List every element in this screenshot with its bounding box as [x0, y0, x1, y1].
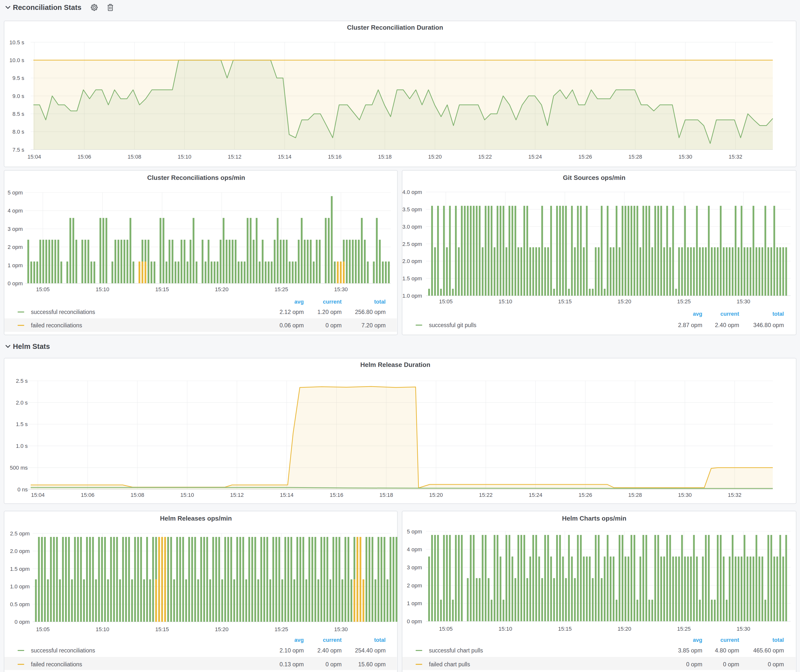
svg-text:15:04: 15:04: [27, 154, 41, 160]
svg-text:3.0 opm: 3.0 opm: [402, 224, 422, 230]
svg-text:8.5 s: 8.5 s: [12, 111, 24, 117]
svg-text:9.5 s: 9.5 s: [12, 75, 24, 81]
svg-text:1.5 opm: 1.5 opm: [402, 275, 422, 282]
svg-text:15:20: 15:20: [618, 626, 631, 632]
svg-text:Git Sources ops/min: Git Sources ops/min: [563, 174, 626, 181]
svg-text:15:22: 15:22: [479, 492, 493, 498]
svg-text:2 opm: 2 opm: [407, 582, 422, 589]
svg-text:successful reconciliations: successful reconciliations: [31, 647, 95, 654]
svg-text:15:30: 15:30: [737, 298, 750, 305]
svg-text:avg: avg: [693, 637, 702, 643]
svg-text:15:10: 15:10: [96, 626, 109, 632]
svg-text:254.40 opm: 254.40 opm: [355, 647, 386, 654]
svg-text:15:18: 15:18: [379, 492, 393, 498]
svg-text:failed chart pulls: failed chart pulls: [429, 661, 470, 667]
svg-text:1 opm: 1 opm: [407, 600, 422, 606]
svg-text:current: current: [323, 299, 342, 305]
svg-text:Cluster Reconciliations ops/mi: Cluster Reconciliations ops/min: [147, 174, 245, 181]
svg-text:3.5 opm: 3.5 opm: [402, 206, 422, 213]
svg-text:15:20: 15:20: [215, 626, 229, 632]
svg-text:15:26: 15:26: [578, 154, 592, 160]
svg-text:Reconciliation Stats: Reconciliation Stats: [13, 3, 82, 11]
svg-text:total: total: [374, 299, 386, 305]
svg-text:15:15: 15:15: [558, 298, 572, 305]
svg-text:15:08: 15:08: [128, 154, 141, 160]
svg-text:0 ns: 0 ns: [17, 486, 28, 493]
svg-text:0 opm: 0 opm: [326, 661, 342, 667]
svg-text:15:20: 15:20: [429, 492, 443, 498]
svg-text:15:24: 15:24: [529, 492, 542, 498]
svg-text:15:15: 15:15: [155, 626, 169, 632]
svg-text:15:14: 15:14: [280, 492, 293, 498]
svg-text:15:12: 15:12: [230, 492, 244, 498]
svg-text:15:14: 15:14: [278, 154, 291, 160]
svg-text:15:20: 15:20: [215, 286, 229, 293]
svg-text:0 opm: 0 opm: [407, 618, 422, 624]
svg-text:15:05: 15:05: [36, 626, 50, 632]
svg-text:10.0 s: 10.0 s: [10, 57, 24, 63]
svg-text:failed reconciliations: failed reconciliations: [31, 322, 82, 329]
svg-text:465.60 opm: 465.60 opm: [753, 647, 784, 654]
svg-text:15:16: 15:16: [328, 154, 342, 160]
svg-text:3.85 opm: 3.85 opm: [678, 647, 702, 654]
svg-text:0 opm: 0 opm: [14, 619, 30, 625]
svg-text:15:06: 15:06: [77, 154, 91, 160]
svg-text:8.0 s: 8.0 s: [12, 129, 24, 135]
svg-text:15:04: 15:04: [31, 492, 45, 498]
svg-text:15:15: 15:15: [558, 626, 572, 632]
svg-text:total: total: [374, 637, 386, 643]
svg-text:1.0 opm: 1.0 opm: [402, 293, 422, 299]
svg-text:9.0 s: 9.0 s: [12, 93, 24, 99]
svg-text:failed reconciliations: failed reconciliations: [31, 661, 82, 667]
svg-text:Helm Release Duration: Helm Release Duration: [360, 361, 430, 368]
svg-text:0 opm: 0 opm: [326, 322, 342, 329]
svg-text:15:25: 15:25: [275, 286, 288, 293]
svg-text:15:06: 15:06: [81, 492, 94, 498]
svg-text:15:10: 15:10: [178, 154, 191, 160]
svg-text:7.5 s: 7.5 s: [12, 147, 24, 153]
svg-text:total: total: [773, 637, 784, 643]
svg-text:total: total: [773, 311, 784, 317]
svg-text:avg: avg: [294, 299, 304, 305]
svg-text:10.5 s: 10.5 s: [10, 39, 24, 46]
svg-text:0 opm: 0 opm: [686, 661, 702, 667]
svg-text:2.0 opm: 2.0 opm: [402, 258, 422, 264]
svg-text:15:32: 15:32: [729, 154, 742, 160]
svg-text:2.5 opm: 2.5 opm: [10, 530, 30, 537]
svg-text:15:28: 15:28: [629, 154, 642, 160]
svg-text:successful reconciliations: successful reconciliations: [31, 309, 95, 315]
svg-text:successful chart pulls: successful chart pulls: [429, 647, 483, 654]
svg-text:Cluster Reconciliation Duratio: Cluster Reconciliation Duration: [347, 24, 443, 31]
svg-text:0 opm: 0 opm: [723, 661, 739, 667]
svg-text:0.13 opm: 0.13 opm: [280, 661, 304, 667]
svg-text:15:30: 15:30: [678, 492, 692, 498]
svg-text:15:25: 15:25: [677, 298, 691, 305]
svg-text:2.5 opm: 2.5 opm: [402, 241, 422, 247]
svg-text:Helm Stats: Helm Stats: [13, 342, 50, 350]
svg-text:15:20: 15:20: [428, 154, 442, 160]
svg-text:15:30: 15:30: [334, 626, 348, 632]
svg-text:256.80 opm: 256.80 opm: [355, 309, 386, 315]
svg-text:15:25: 15:25: [677, 626, 691, 632]
svg-text:15:05: 15:05: [439, 626, 453, 632]
svg-text:4 opm: 4 opm: [407, 546, 422, 552]
svg-text:current: current: [720, 637, 739, 643]
svg-text:2 opm: 2 opm: [8, 244, 23, 250]
svg-text:3 opm: 3 opm: [407, 564, 422, 571]
svg-text:current: current: [720, 311, 739, 317]
svg-text:15:10: 15:10: [96, 286, 109, 293]
svg-text:15:18: 15:18: [378, 154, 392, 160]
svg-text:0.5 opm: 0.5 opm: [10, 601, 30, 607]
svg-text:500 ms: 500 ms: [10, 465, 28, 471]
svg-text:1.5 s: 1.5 s: [16, 421, 28, 427]
svg-text:15:10: 15:10: [498, 298, 512, 305]
svg-text:4.0 opm: 4.0 opm: [402, 189, 422, 195]
svg-text:15:16: 15:16: [330, 492, 343, 498]
svg-text:15:05: 15:05: [36, 286, 50, 293]
svg-text:2.40 opm: 2.40 opm: [715, 322, 739, 328]
svg-text:2.5 s: 2.5 s: [16, 378, 28, 384]
svg-text:successful git pulls: successful git pulls: [429, 322, 477, 328]
svg-text:1.5 opm: 1.5 opm: [10, 566, 30, 572]
svg-text:2.40 opm: 2.40 opm: [317, 647, 342, 654]
svg-text:4 opm: 4 opm: [8, 208, 23, 214]
